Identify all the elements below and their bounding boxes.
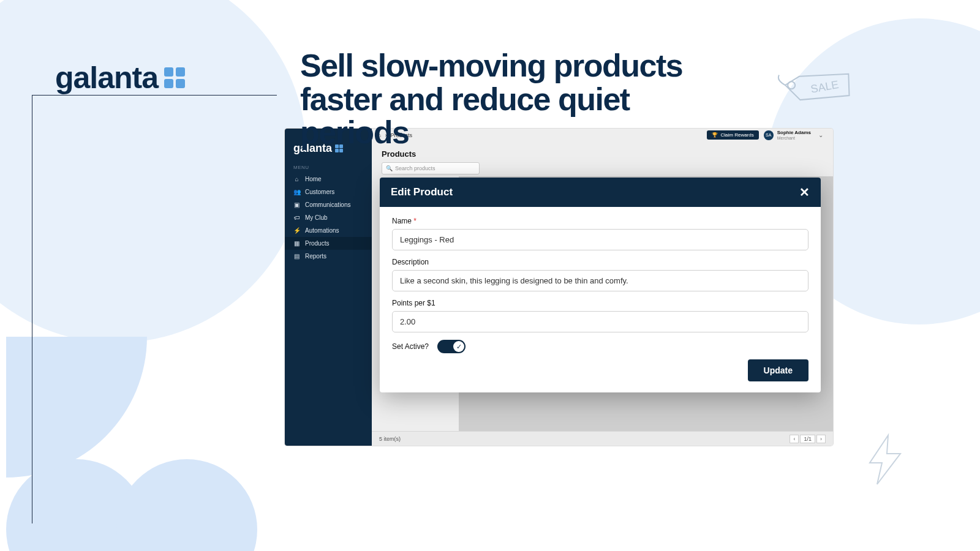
page-title: Products [382,149,823,159]
sidebar-menu-label: MENU [285,162,372,173]
svg-point-0 [787,81,796,89]
sidebar-item-products[interactable]: ▦ Products [285,237,372,250]
bolt-icon: ⚡ [293,227,300,234]
page-prev-button[interactable]: ‹ [790,435,799,443]
sidebar-item-label: Customers [305,189,334,195]
brand-text: galanta [55,60,158,96]
sidebar-item-label: My Club [305,214,328,221]
user-name: Sophie Adams [777,130,811,136]
sidebar-item-label: Home [305,176,322,182]
brand-dots-icon [164,67,185,88]
avatar: SA [764,130,774,140]
points-field-label: Points per $1 [392,299,809,307]
svg-text:SALE: SALE [810,78,840,96]
name-field-label: Name * [392,217,809,225]
user-role: Merchant [777,136,811,141]
brand-logo: galanta [55,60,185,96]
sidebar-item-label: Products [305,240,329,247]
user-menu[interactable]: SA Sophie Adams Merchant ⌄ [764,130,827,140]
sidebar-item-my-club[interactable]: 🏷 My Club [285,211,372,224]
box-icon: ▦ [293,240,300,247]
modal-title: Edit Product [391,186,453,198]
name-field[interactable] [392,229,809,250]
table-footer: 5 item(s) ‹ 1/1 › [372,431,833,446]
report-icon: ▤ [293,253,300,260]
sidebar-item-customers[interactable]: 👥 Customers [285,186,372,198]
search-icon: 🔍 [386,165,393,171]
close-icon[interactable]: ✕ [799,185,810,200]
item-count: 5 item(s) [379,436,401,442]
users-icon: 👥 [293,189,300,195]
active-toggle[interactable]: ✓ [437,340,466,353]
marketing-headline: Sell slow-moving products faster and red… [300,49,729,149]
page-indicator: 1/1 [800,435,815,443]
modal-header: Edit Product ✕ [380,178,821,207]
chat-icon: ▣ [293,201,300,208]
sidebar-item-label: Reports [305,253,326,260]
lightning-bolt-icon [864,432,907,490]
page-next-button[interactable]: › [816,435,826,443]
description-field[interactable] [392,270,809,291]
search-placeholder: Search products [395,165,435,171]
points-field[interactable] [392,311,809,332]
tag-icon: 🏷 [293,214,300,221]
decorative-frame-line [32,95,277,523]
active-toggle-label: Set Active? [392,342,429,351]
check-icon: ✓ [453,341,464,352]
home-icon: ⌂ [293,176,300,182]
app-window: galanta MENU ⌂ Home 👥 Customers ▣ Commun… [285,129,833,446]
sidebar-item-communications[interactable]: ▣ Communications [285,198,372,211]
chevron-down-icon: ⌄ [815,132,827,138]
sidebar: galanta MENU ⌂ Home 👥 Customers ▣ Commun… [285,129,372,446]
update-button[interactable]: Update [748,359,809,381]
sidebar-item-reports[interactable]: ▤ Reports [285,250,372,263]
pagination: ‹ 1/1 › [790,435,826,443]
description-field-label: Description [392,258,809,266]
search-input[interactable]: 🔍 Search products [382,162,480,174]
sidebar-item-automations[interactable]: ⚡ Automations [285,224,372,237]
sidebar-item-label: Communications [305,201,350,208]
edit-product-modal: Edit Product ✕ Name * Description Points… [380,178,821,392]
sidebar-item-label: Automations [305,227,339,234]
sidebar-item-home[interactable]: ⌂ Home [285,173,372,186]
